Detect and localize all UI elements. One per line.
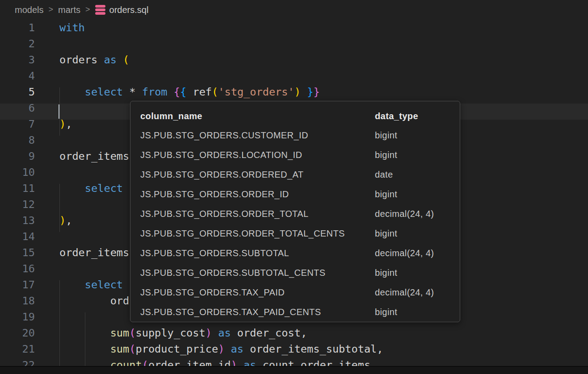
line-number: 9 xyxy=(0,148,35,164)
popup-cell-data-type: bigint xyxy=(375,189,450,199)
line-number: 20 xyxy=(0,325,35,341)
popup-cell-column-name: JS.PUB.STG_ORDERS.ORDERED_AT xyxy=(140,170,375,180)
popup-cell-data-type: bigint xyxy=(375,229,450,239)
panel-edge xyxy=(0,366,588,374)
popup-cell-column-name: JS.PUB.STG_ORDERS.LOCATION_ID xyxy=(140,150,375,160)
line-number: 13 xyxy=(0,212,35,229)
code-text xyxy=(35,164,59,180)
code-text: order_items xyxy=(35,148,129,164)
popup-cell-column-name: JS.PUB.STG_ORDERS.SUBTOTAL xyxy=(140,248,375,258)
line-number: 16 xyxy=(0,261,35,277)
popup-cell-column-name: JS.PUB.STG_ORDERS.TAX_PAID xyxy=(140,287,375,298)
column-info-popup: column_name data_type JS.PUB.STG_ORDERS.… xyxy=(130,101,460,322)
line-number: 21 xyxy=(0,341,35,357)
line-number: 14 xyxy=(0,229,35,245)
code-text: sum(supply_cost) as order_cost, xyxy=(35,325,307,341)
popup-row: JS.PUB.STG_ORDERS.ORDER_TOTAL_CENTSbigin… xyxy=(130,224,460,243)
popup-cell-column-name: JS.PUB.STG_ORDERS.SUBTOTAL_CENTS xyxy=(140,268,375,278)
breadcrumb: models > marts > orders.sql xyxy=(0,0,588,20)
chevron-right-icon: > xyxy=(85,5,90,14)
code-text xyxy=(35,132,59,148)
breadcrumb-item-marts[interactable]: marts xyxy=(58,5,80,15)
code-text: order_items xyxy=(35,245,129,261)
database-icon xyxy=(95,5,105,15)
code-text xyxy=(35,36,59,52)
popup-cell-column-name: JS.PUB.STG_ORDERS.CUSTOMER_ID xyxy=(140,130,375,141)
line-number: 1 xyxy=(0,20,35,36)
code-text: select xyxy=(35,277,123,293)
line-number: 19 xyxy=(0,309,35,325)
popup-cell-column-name: JS.PUB.STG_ORDERS.ORDER_TOTAL xyxy=(140,209,375,219)
code-line[interactable]: 3orders as ( xyxy=(0,52,588,68)
code-line[interactable]: 4 xyxy=(0,68,588,84)
line-number: 18 xyxy=(0,293,35,309)
line-number: 2 xyxy=(0,36,35,52)
line-number: 7 xyxy=(0,116,35,132)
code-text xyxy=(35,309,59,325)
code-editor-window: models > marts > orders.sql 1with23order… xyxy=(0,0,588,374)
code-text: with xyxy=(35,20,85,36)
line-number: 5 xyxy=(0,84,35,100)
popup-cell-data-type: date xyxy=(375,170,450,180)
code-line[interactable]: 21 sum(product_price) as order_items_sub… xyxy=(0,341,588,357)
popup-cell-data-type: bigint xyxy=(375,130,450,141)
line-number: 4 xyxy=(0,68,35,84)
code-text xyxy=(35,100,59,116)
code-text: sum(product_price) as order_items_subtot… xyxy=(35,341,383,357)
code-text xyxy=(35,229,59,245)
line-number: 10 xyxy=(0,164,35,180)
popup-cell-data-type: decimal(24, 4) xyxy=(375,248,450,258)
popup-row: JS.PUB.STG_ORDERS.TAX_PAIDdecimal(24, 4) xyxy=(130,283,460,302)
line-number: 8 xyxy=(0,132,35,148)
line-number: 15 xyxy=(0,245,35,261)
code-text: ), xyxy=(35,212,72,229)
popup-rows: JS.PUB.STG_ORDERS.CUSTOMER_IDbigintJS.PU… xyxy=(130,125,460,322)
popup-row: JS.PUB.STG_ORDERS.CUSTOMER_IDbigint xyxy=(130,125,460,145)
popup-cell-column-name: JS.PUB.STG_ORDERS.TAX_PAID_CENTS xyxy=(140,307,375,317)
code-text xyxy=(35,68,59,84)
popup-row: JS.PUB.STG_ORDERS.ORDERED_ATdate xyxy=(130,165,460,184)
popup-row: JS.PUB.STG_ORDERS.ORDER_TOTALdecimal(24,… xyxy=(130,204,460,224)
popup-row: JS.PUB.STG_ORDERS.SUBTOTAL_CENTSbigint xyxy=(130,263,460,283)
breadcrumb-file[interactable]: orders.sql xyxy=(95,5,149,15)
popup-row: JS.PUB.STG_ORDERS.ORDER_IDbigint xyxy=(130,184,460,204)
popup-row: JS.PUB.STG_ORDERS.LOCATION_IDbigint xyxy=(130,145,460,165)
code-text xyxy=(35,261,59,277)
popup-cell-data-type: decimal(24, 4) xyxy=(375,209,450,219)
code-line[interactable]: 20 sum(supply_cost) as order_cost, xyxy=(0,325,588,341)
line-number: 17 xyxy=(0,277,35,293)
popup-header-data-type: data_type xyxy=(375,111,450,121)
line-number: 6 xyxy=(0,100,35,116)
code-text: select xyxy=(35,180,123,196)
popup-cell-data-type: bigint xyxy=(375,307,450,317)
popup-cell-column-name: JS.PUB.STG_ORDERS.ORDER_TOTAL_CENTS xyxy=(140,229,375,239)
code-text: ), xyxy=(35,116,72,132)
code-text: ord xyxy=(35,293,129,309)
popup-header-row: column_name data_type xyxy=(130,107,460,125)
code-text: orders as ( xyxy=(35,52,129,68)
popup-cell-data-type: bigint xyxy=(375,150,450,160)
popup-cell-column-name: JS.PUB.STG_ORDERS.ORDER_ID xyxy=(140,189,375,199)
breadcrumb-file-label: orders.sql xyxy=(109,5,149,15)
code-line[interactable]: 1with xyxy=(0,20,588,36)
breadcrumb-item-models[interactable]: models xyxy=(15,5,43,15)
popup-header-column-name: column_name xyxy=(140,111,375,121)
text-cursor xyxy=(59,104,59,119)
code-text: select * from {{ ref('stg_orders') }} xyxy=(35,84,320,100)
line-number: 11 xyxy=(0,180,35,196)
popup-cell-data-type: decimal(24, 4) xyxy=(375,287,450,298)
line-number: 3 xyxy=(0,52,35,68)
code-text xyxy=(35,196,59,212)
code-line[interactable]: 2 xyxy=(0,36,588,52)
popup-row: JS.PUB.STG_ORDERS.SUBTOTALdecimal(24, 4) xyxy=(130,243,460,263)
popup-cell-data-type: bigint xyxy=(375,268,450,278)
chevron-right-icon: > xyxy=(48,5,53,14)
popup-row: JS.PUB.STG_ORDERS.TAX_PAID_CENTSbigint xyxy=(130,302,460,322)
code-line[interactable]: 5 select * from {{ ref('stg_orders') }} xyxy=(0,84,588,100)
line-number: 12 xyxy=(0,196,35,212)
